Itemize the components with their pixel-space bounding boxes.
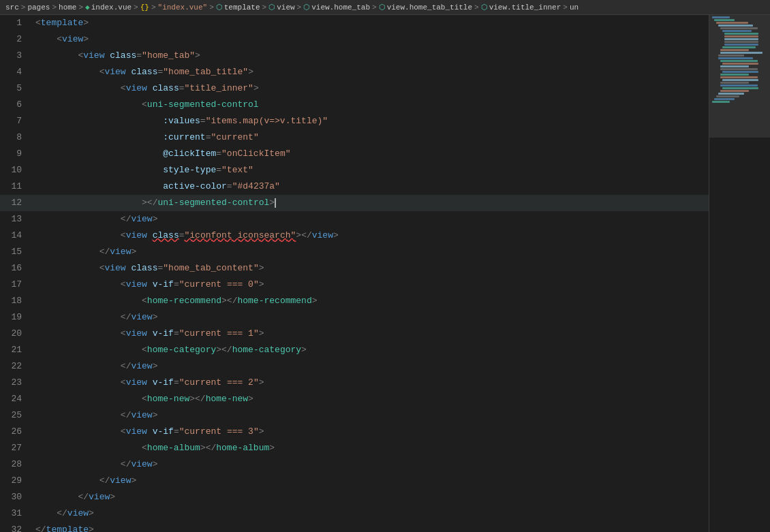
token: v-if — [153, 426, 174, 437]
bc-view-home-tab-title[interactable]: view.home_tab_title — [387, 3, 472, 12]
code-line-4: 4 <view class="home_tab_title"> — [0, 64, 709, 80]
token: "current" — [211, 132, 258, 142]
line-number: 18 — [0, 293, 33, 309]
token: v-if — [153, 328, 174, 339]
token: > — [131, 247, 136, 257]
token: </ — [121, 214, 132, 224]
bc-view-title-inner[interactable]: view.title_inner — [489, 3, 561, 12]
token: > — [153, 312, 158, 322]
token: > — [259, 328, 264, 339]
line-number: 9 — [0, 146, 33, 162]
token: "title_inner" — [185, 83, 253, 93]
line-content: </view> — [33, 456, 709, 473]
line-content: </view> — [33, 244, 709, 260]
minimap-line — [720, 68, 758, 70]
line-content: </view> — [33, 211, 709, 228]
bc-pages[interactable]: pages — [27, 3, 50, 12]
minimap-line — [724, 33, 758, 35]
code-line-13: 13 </view> — [0, 211, 709, 228]
bc-home[interactable]: home — [59, 3, 76, 12]
text-cursor — [275, 198, 276, 208]
bc-un[interactable]: un — [570, 3, 579, 12]
token: v-if — [153, 377, 174, 388]
token: view — [131, 361, 152, 371]
code-line-30: 30 </view> — [0, 489, 709, 505]
token: > — [301, 345, 307, 355]
line-number: 26 — [0, 424, 33, 440]
line-number: 19 — [0, 309, 33, 326]
code-line-24: 24 <home-new></home-new> — [0, 391, 709, 407]
token: "onClickItem" — [221, 148, 290, 159]
code-line-18: 18 <home-recommend></home-recommend> — [0, 293, 709, 309]
line-content: :values="items.map(v=>v.title)" — [33, 113, 709, 129]
minimap-line — [718, 25, 753, 27]
token: ></ — [216, 345, 232, 355]
bc-view-icon3: ⬡ — [379, 3, 386, 12]
code-lines: 1<template>2 <view>3 <view class="home_t… — [0, 15, 709, 532]
token: "current === 3" — [179, 426, 259, 437]
code-line-6: 6 <uni-segmented-control — [0, 97, 709, 113]
line-content: style-type="text" — [33, 162, 709, 178]
bc-template[interactable]: template — [224, 3, 260, 12]
line-content: </view> — [33, 489, 709, 505]
minimap[interactable] — [709, 15, 770, 532]
token — [147, 328, 153, 339]
line-number: 16 — [0, 260, 33, 277]
minimap-line — [724, 35, 758, 37]
token — [147, 279, 153, 290]
minimap-line — [720, 82, 749, 84]
minimap-line — [720, 52, 763, 54]
token: @clickItem — [163, 148, 216, 159]
line-number: 32 — [0, 522, 33, 532]
token: view — [62, 34, 83, 44]
token: ></ — [189, 394, 205, 404]
token: < — [142, 443, 147, 453]
bc-view-icon4: ⬡ — [481, 3, 488, 12]
token: > — [259, 426, 264, 437]
token — [147, 426, 153, 437]
line-content: ></uni-segmented-control> — [33, 195, 709, 211]
bc-view1[interactable]: view — [277, 3, 294, 12]
token: < — [142, 394, 147, 404]
token: </ — [121, 410, 132, 420]
bc-index-vue[interactable]: index.vue — [91, 3, 132, 12]
token: </ — [35, 525, 46, 532]
bc-view-icon2: ⬡ — [303, 3, 310, 12]
bc-src[interactable]: src — [5, 3, 19, 12]
token: view — [126, 426, 147, 437]
line-content: <view class="home_tab"> — [33, 48, 709, 64]
token: > — [110, 492, 115, 502]
minimap-line — [720, 74, 749, 76]
minimap-line — [714, 98, 735, 100]
token: "current === 2" — [179, 377, 259, 388]
code-line-32: 32</template> — [0, 522, 709, 532]
minimap-canvas — [709, 15, 770, 532]
line-number: 30 — [0, 489, 33, 505]
line-content: </view> — [33, 309, 709, 326]
token: view — [126, 377, 147, 388]
token: view — [126, 328, 147, 339]
token: :values — [163, 116, 200, 126]
token: > — [333, 230, 339, 240]
code-editor[interactable]: 1<template>2 <view>3 <view class="home_t… — [0, 15, 709, 532]
token: view — [67, 508, 89, 518]
minimap-line — [720, 27, 758, 29]
token: > — [248, 394, 253, 404]
line-number: 31 — [0, 505, 33, 522]
token: ></ — [200, 443, 216, 453]
line-number: 12 — [0, 195, 33, 211]
token: = — [179, 83, 185, 93]
token: > — [153, 459, 158, 469]
minimap-line — [720, 65, 749, 67]
minimap-line — [712, 16, 730, 18]
minimap-line — [724, 38, 758, 40]
token: home-album — [216, 443, 269, 453]
line-number: 7 — [0, 113, 33, 129]
line-number: 17 — [0, 277, 33, 293]
code-line-26: 26 <view v-if="current === 3"> — [0, 424, 709, 440]
token: > — [269, 443, 275, 453]
bc-view-home-tab[interactable]: view.home_tab — [311, 3, 370, 12]
token: = — [174, 279, 179, 290]
code-line-14: 14 <view class="iconfont iconsearch"></v… — [0, 228, 709, 244]
token: </ — [78, 492, 89, 502]
